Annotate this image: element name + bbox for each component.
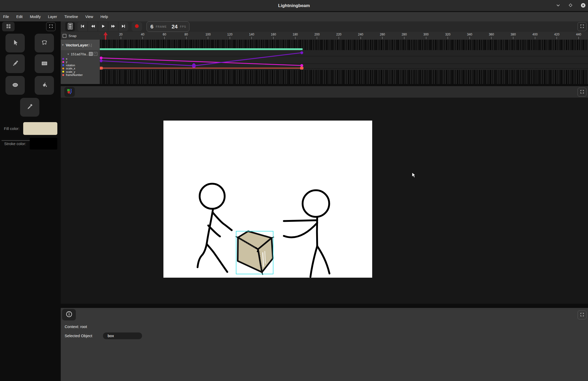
box-object[interactable] — [236, 231, 274, 275]
chevron-down-icon[interactable]: ▾ — [68, 52, 69, 56]
chevron-down-icon — [556, 3, 561, 9]
canvas-header — [61, 86, 588, 98]
property-color-dot — [62, 64, 64, 66]
ruler-tick — [578, 37, 579, 39]
ruler-label-120: 120 — [225, 33, 235, 36]
ruler-label-420: 420 — [552, 33, 562, 36]
property-label: y — [66, 60, 67, 63]
drawing-stage[interactable] — [163, 121, 372, 278]
play-button[interactable] — [98, 22, 108, 31]
skip-to-start-icon — [80, 24, 85, 29]
property-row-scale_y[interactable]: scale_y — [61, 70, 100, 73]
ruler-label-40: 40 — [137, 33, 148, 36]
close-button[interactable] — [580, 3, 586, 9]
playhead[interactable] — [103, 32, 108, 40]
sublayer-tween-toggle[interactable]: ~ — [94, 52, 97, 56]
rewind-button[interactable] — [88, 22, 98, 31]
menu-timeline[interactable]: Timeline — [62, 12, 81, 21]
selected-object-field[interactable]: box — [103, 332, 142, 339]
sublayer-panel: ▾ 151ad70a... ~ xyrotationscale_xscale_y… — [61, 50, 100, 84]
fill-color-swatch[interactable] — [23, 122, 57, 135]
skip-to-end-button[interactable] — [118, 22, 128, 31]
keyframe-frameNumber[interactable] — [300, 67, 303, 70]
paint-bucket-icon — [41, 81, 48, 90]
ruler-label-340: 340 — [464, 33, 475, 36]
keyframe-x[interactable] — [100, 59, 103, 62]
panel-grid-button[interactable] — [2, 22, 15, 31]
eyedropper-tool-button[interactable] — [20, 98, 39, 117]
ruler-label-180: 180 — [290, 33, 301, 36]
property-row-scale_x[interactable]: scale_x — [61, 67, 100, 70]
menu-modify[interactable]: Modify — [27, 12, 43, 21]
window-controls — [555, 0, 586, 11]
record-button[interactable] — [132, 22, 142, 31]
maximize-button[interactable] — [568, 3, 573, 9]
fast-forward-button[interactable] — [108, 22, 118, 31]
timeline-expand-button[interactable] — [578, 22, 586, 31]
collapse-button[interactable] — [555, 3, 561, 9]
pencil-tool-button[interactable] — [5, 54, 25, 73]
layer-frame-span[interactable] — [100, 48, 303, 50]
canvas-workspace[interactable] — [61, 98, 588, 304]
menu-file[interactable]: File — [1, 12, 12, 21]
ruler-label-220: 220 — [334, 33, 344, 36]
sublayer-square-toggle[interactable] — [89, 52, 93, 56]
select-icon — [12, 39, 19, 47]
ruler-tick — [295, 37, 296, 39]
film-button[interactable] — [65, 22, 75, 31]
shapes-icon — [66, 88, 73, 96]
property-row-y[interactable]: y — [61, 60, 100, 63]
rectangle-tool-button[interactable] — [35, 54, 54, 73]
keyframe-y[interactable] — [100, 57, 103, 59]
menu-bar: FileEditModifyLayerTimelineViewHelp — [0, 12, 588, 21]
inspector-expand-button[interactable] — [578, 311, 586, 319]
stroke-color-swatch[interactable] — [30, 138, 57, 150]
keyframe-frameNumber[interactable] — [100, 67, 103, 70]
keyframe-x[interactable] — [300, 51, 303, 54]
ruler-tick — [360, 37, 361, 39]
info-button[interactable] — [62, 309, 76, 320]
stick-figure-left[interactable] — [198, 184, 232, 272]
frames-row-empty[interactable] — [100, 70, 588, 84]
select-tool-button[interactable] — [5, 34, 25, 52]
keyframe-y[interactable] — [300, 64, 303, 67]
property-color-dot — [62, 68, 64, 69]
tools-expand-button[interactable] — [46, 22, 56, 31]
ruler-tick — [469, 37, 470, 39]
canvas-expand-button[interactable] — [578, 88, 586, 97]
ruler-label-300: 300 — [421, 33, 431, 36]
stage-artwork — [163, 121, 372, 278]
snap-label: Snap — [69, 34, 76, 38]
transform-tool-button[interactable] — [35, 34, 54, 52]
mouse-cursor — [412, 172, 418, 178]
title-bar: Lightningbeam — [0, 0, 588, 11]
ruler-tick — [448, 37, 448, 39]
paint-bucket-tool-button[interactable] — [35, 76, 54, 95]
menu-view[interactable]: View — [83, 12, 96, 21]
menu-help[interactable]: Help — [98, 12, 111, 21]
menu-layer[interactable]: Layer — [45, 12, 60, 21]
timeline-ruler[interactable]: 0204060801001201401601802002202402602803… — [61, 32, 588, 40]
ruler-tick — [339, 37, 339, 39]
property-row-frameNumber[interactable]: frameNumber — [61, 73, 100, 76]
keyframe-x[interactable] — [192, 63, 196, 68]
property-row-x[interactable]: x — [61, 57, 100, 60]
snap-checkbox[interactable] — [63, 34, 66, 38]
layer-row-vectorlayer[interactable]: ▾ VectorLayer [L] — [61, 40, 100, 50]
sublayer-row[interactable]: ▾ 151ad70a... ~ — [61, 51, 100, 57]
ellipse-tool-button[interactable] — [5, 76, 25, 95]
property-label: x — [66, 57, 67, 60]
skip-to-start-button[interactable] — [77, 22, 88, 31]
property-row-rotation[interactable]: rotation — [61, 64, 100, 67]
chevron-down-icon[interactable]: ▾ — [62, 43, 64, 47]
ruler-tick — [404, 37, 405, 39]
menu-edit[interactable]: Edit — [14, 12, 25, 21]
property-label: rotation — [66, 64, 75, 67]
ruler-label-140: 140 — [246, 33, 257, 36]
skip-to-end-icon — [121, 24, 126, 29]
stick-figure-right[interactable] — [284, 190, 329, 277]
scene-shapes-button[interactable] — [64, 87, 75, 97]
ruler-label-320: 320 — [443, 33, 453, 36]
ruler-tick — [426, 37, 426, 39]
rewind-icon — [91, 24, 95, 29]
